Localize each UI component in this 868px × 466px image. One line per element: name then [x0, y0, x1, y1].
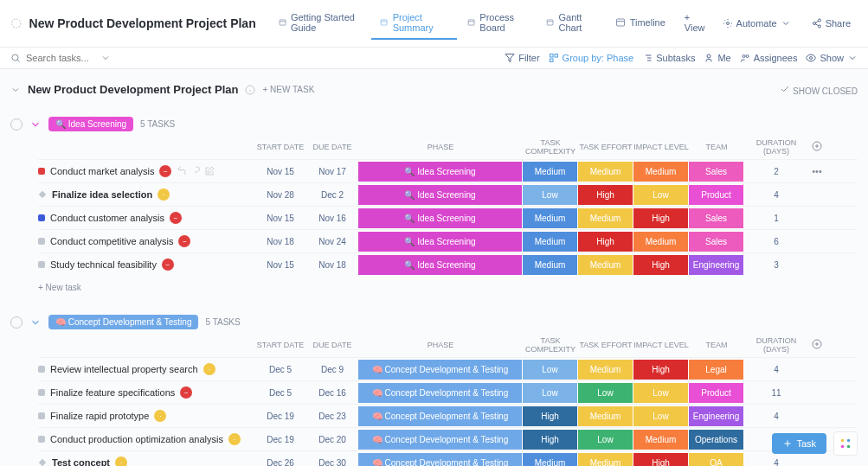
impact-cell[interactable]: Low — [633, 184, 689, 205]
task-row[interactable]: Test concept·Dec 26Dec 30🧠 Concept Devel… — [38, 450, 858, 466]
phase-cell[interactable]: 🧠 Concept Development & Testing — [358, 405, 523, 426]
task-row[interactable]: Conduct market analysis−Nov 15Nov 17🔍 Id… — [38, 159, 858, 182]
complexity-cell[interactable]: Medium — [523, 161, 578, 182]
priority-icon[interactable]: · — [203, 363, 215, 375]
due-date[interactable]: Nov 18 — [306, 260, 358, 270]
start-date[interactable]: Nov 28 — [254, 190, 306, 200]
effort-cell[interactable]: High — [578, 184, 633, 205]
collapse-group-icon[interactable] — [29, 316, 42, 329]
phase-cell[interactable]: 🧠 Concept Development & Testing — [358, 359, 523, 380]
task-row[interactable]: Conduct production optimization analysis… — [38, 427, 858, 450]
complexity-cell[interactable]: Low — [523, 359, 578, 380]
task-row[interactable]: Conduct competitive analysis−Nov 18Nov 2… — [38, 229, 858, 252]
column-header[interactable]: START DATE — [254, 143, 306, 151]
effort-cell[interactable]: Medium — [578, 405, 633, 426]
status-bullet[interactable] — [38, 261, 45, 268]
assignees-button[interactable]: Assignees — [740, 53, 798, 63]
team-cell[interactable]: Operations — [689, 429, 744, 450]
duration-cell[interactable]: 4 — [744, 190, 808, 200]
impact-cell[interactable]: Low — [633, 382, 689, 403]
select-all-circle[interactable] — [10, 118, 23, 131]
link-icon[interactable] — [190, 166, 201, 176]
impact-cell[interactable]: Low — [633, 405, 689, 426]
start-date[interactable]: Nov 15 — [254, 167, 306, 176]
priority-icon[interactable]: · — [154, 410, 166, 422]
column-header[interactable]: DURATION (DAYS) — [744, 138, 808, 156]
column-header[interactable]: IMPACT LEVEL — [633, 341, 689, 349]
column-header[interactable]: DURATION (DAYS) — [744, 336, 808, 354]
effort-cell[interactable]: Medium — [578, 207, 633, 228]
start-date[interactable]: Dec 5 — [254, 365, 306, 374]
effort-cell[interactable]: Low — [578, 382, 633, 403]
duration-cell[interactable]: 6 — [744, 237, 808, 246]
team-cell[interactable]: Engineering — [689, 405, 744, 426]
complexity-cell[interactable]: Medium — [523, 452, 578, 466]
new-task-row[interactable]: + New task — [38, 276, 858, 299]
subtasks-button[interactable]: Subtasks — [642, 53, 695, 63]
task-row[interactable]: Conduct customer analysis−Nov 15Nov 16🔍 … — [38, 206, 858, 229]
complexity-cell[interactable]: Medium — [523, 254, 578, 275]
priority-icon[interactable]: − — [170, 212, 182, 224]
tab-gantt-chart[interactable]: Gantt Chart — [537, 7, 604, 40]
team-cell[interactable]: Sales — [689, 207, 744, 228]
status-bullet[interactable] — [38, 412, 45, 419]
tab-getting-started-guide[interactable]: Getting Started Guide — [270, 7, 370, 40]
group-by-button[interactable]: Group by: Phase — [549, 53, 634, 63]
status-bullet[interactable] — [38, 214, 45, 221]
filter-button[interactable]: Filter — [505, 53, 539, 63]
start-date[interactable]: Dec 5 — [254, 388, 306, 398]
impact-cell[interactable]: Medium — [633, 231, 689, 252]
new-task-fab[interactable]: Task — [772, 433, 826, 454]
team-cell[interactable]: Sales — [689, 161, 744, 182]
complexity-cell[interactable]: Low — [523, 184, 578, 205]
select-all-circle[interactable] — [10, 316, 23, 329]
team-cell[interactable]: Product — [689, 184, 744, 205]
priority-icon[interactable]: · — [228, 433, 241, 445]
due-date[interactable]: Dec 20 — [306, 435, 358, 444]
impact-cell[interactable]: Medium — [633, 429, 689, 450]
priority-icon[interactable]: − — [159, 165, 171, 177]
task-row[interactable]: Finalize feature specifications−Dec 5Dec… — [38, 380, 858, 404]
due-date[interactable]: Dec 9 — [306, 365, 358, 374]
add-column-button[interactable] — [808, 141, 826, 153]
impact-cell[interactable]: High — [633, 452, 689, 466]
impact-cell[interactable]: High — [633, 359, 689, 380]
info-icon[interactable] — [245, 85, 255, 95]
due-date[interactable]: Nov 17 — [306, 167, 358, 176]
task-row[interactable]: Review intellectual property search·Dec … — [38, 357, 858, 380]
complexity-cell[interactable]: High — [523, 405, 578, 426]
team-cell[interactable]: Product — [689, 382, 744, 403]
column-header[interactable]: TASK EFFORT — [578, 143, 633, 151]
column-header[interactable]: TEAM — [689, 143, 744, 151]
phase-cell[interactable]: 🔍 Idea Screening — [358, 231, 523, 252]
automate-button[interactable]: Automate — [716, 15, 798, 32]
column-header[interactable]: START DATE — [254, 341, 306, 349]
group-badge[interactable]: 🧠 Concept Development & Testing — [48, 315, 198, 329]
start-date[interactable]: Nov 15 — [254, 214, 306, 223]
column-header[interactable]: IMPACT LEVEL — [633, 143, 689, 151]
team-cell[interactable]: Sales — [689, 231, 744, 252]
phase-cell[interactable]: 🔍 Idea Screening — [358, 254, 523, 275]
effort-cell[interactable]: High — [578, 231, 633, 252]
show-button[interactable]: Show — [806, 53, 858, 63]
column-header[interactable]: PHASE — [358, 341, 523, 349]
complexity-cell[interactable]: Medium — [523, 231, 578, 252]
search-input[interactable] — [10, 53, 114, 63]
complexity-cell[interactable]: Medium — [523, 207, 578, 228]
status-bullet[interactable] — [38, 436, 45, 443]
status-bullet[interactable] — [38, 366, 45, 373]
column-header[interactable]: PHASE — [358, 143, 523, 151]
due-date[interactable]: Nov 24 — [306, 237, 358, 246]
task-row[interactable]: Study technical feasibility−Nov 15Nov 18… — [38, 252, 858, 276]
duration-cell[interactable]: 4 — [744, 412, 808, 421]
start-date[interactable]: Nov 18 — [254, 237, 306, 246]
duration-cell[interactable]: 1 — [744, 214, 808, 223]
phase-cell[interactable]: 🔍 Idea Screening — [358, 161, 523, 182]
phase-cell[interactable]: 🧠 Concept Development & Testing — [358, 452, 523, 466]
impact-cell[interactable]: Medium — [633, 161, 689, 182]
phase-cell[interactable]: 🧠 Concept Development & Testing — [358, 382, 523, 403]
complexity-cell[interactable]: High — [523, 429, 578, 450]
due-date[interactable]: Dec 30 — [306, 458, 358, 467]
effort-cell[interactable]: Low — [578, 429, 633, 450]
new-task-button[interactable]: + NEW TASK — [262, 85, 314, 94]
